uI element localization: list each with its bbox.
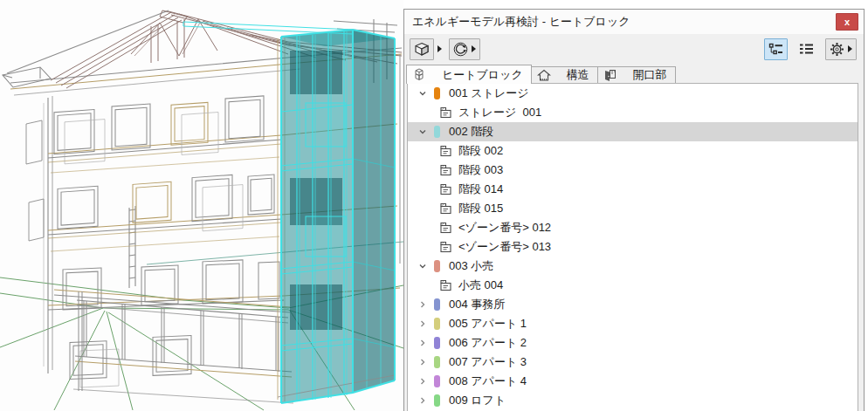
- opening-icon: [603, 43, 629, 108]
- tree-zone-row[interactable]: 階段 015: [408, 199, 858, 218]
- tree-zone-row[interactable]: 階段 002: [408, 141, 858, 161]
- tree-view-button[interactable]: [764, 38, 788, 60]
- tree-zone-row[interactable]: 階段 014: [408, 180, 858, 199]
- chevron-right-icon[interactable]: [416, 300, 429, 309]
- gear-icon: [830, 42, 844, 57]
- refresh-icon: [453, 42, 468, 57]
- dropdown-arrow-icon: [472, 45, 476, 52]
- tree-item-label: 001 ストレージ: [449, 86, 529, 101]
- tree-group-row[interactable]: 006 アパート 2: [408, 333, 858, 353]
- chevron-right-icon[interactable]: [416, 339, 429, 347]
- tree-item-label: 003 小売: [449, 258, 493, 274]
- zone-stamp-icon: [439, 222, 452, 234]
- tab-openings[interactable]: 開口部: [597, 66, 676, 83]
- 3d-model-viewport[interactable]: [0, 0, 403, 411]
- tree-item-label: <ゾーン番号> 012: [458, 220, 551, 236]
- zone-stamp-icon: [439, 241, 452, 253]
- close-button[interactable]: x: [836, 13, 858, 31]
- chevron-down-icon[interactable]: [416, 127, 429, 136]
- tree-item-label: 004 事務所: [449, 297, 505, 312]
- tab-label: ヒートブロック: [442, 67, 523, 83]
- tree-item-label: 階段 014: [458, 182, 503, 197]
- chevron-right-icon[interactable]: [416, 377, 429, 386]
- chevron-right-icon[interactable]: [416, 319, 429, 328]
- zone-color-swatch: [434, 356, 440, 368]
- heat-block-icon: [412, 42, 437, 107]
- tree-zone-row[interactable]: <ゾーン番号> 012: [408, 218, 858, 237]
- tab-label: 開口部: [633, 67, 667, 83]
- chevron-down-icon[interactable]: [416, 262, 429, 271]
- tree-group-row[interactable]: 009 ロフト: [408, 391, 858, 410]
- tree-zone-row[interactable]: <ゾーン番号> 013: [408, 237, 858, 257]
- tree-group-row[interactable]: 003 小売: [408, 257, 858, 276]
- tree-item-label: 002 階段: [449, 124, 493, 140]
- zone-stamp-icon: [439, 183, 452, 195]
- tree-item-label: 階段 015: [458, 201, 503, 216]
- tree-group-row[interactable]: 005 アパート 1: [408, 314, 858, 333]
- tab-label: 構造: [567, 67, 589, 83]
- zone-stamp-icon: [439, 106, 452, 119]
- zone-tree-list[interactable]: 001 ストレージストレージ 001002 階段階段 002階段 003階段 0…: [407, 83, 858, 411]
- tree-item-label: 008 アパート 4: [449, 373, 527, 389]
- zone-color-swatch: [434, 318, 440, 330]
- tree-item-label: <ゾーン番号> 013: [458, 239, 551, 255]
- window-title: エネルギーモデル再検討 - ヒートブロック: [412, 14, 630, 30]
- zone-color-swatch: [434, 126, 440, 138]
- structure-icon: [537, 43, 562, 108]
- zone-color-swatch: [434, 337, 440, 349]
- zone-stamp-icon: [439, 202, 452, 215]
- zone-stamp-icon: [439, 279, 452, 291]
- tree-item-label: 小売 004: [458, 277, 503, 293]
- tree-item-label: 007 アパート 3: [449, 354, 527, 370]
- chevron-right-icon[interactable]: [416, 396, 429, 405]
- tab-bar: ヒートブロック 構造 開口部: [404, 64, 864, 83]
- tree-item-label: ストレージ 001: [458, 105, 541, 120]
- tree-list-icon: [768, 43, 783, 56]
- zone-stamp-icon: [439, 164, 452, 176]
- chevron-right-icon[interactable]: [416, 358, 429, 366]
- building-wireframe: [0, 0, 403, 411]
- zone-color-swatch: [434, 260, 440, 272]
- tab-heat-block[interactable]: ヒートブロック: [406, 65, 532, 84]
- flat-list-icon: [799, 43, 814, 55]
- selected-zone-block: [183, 22, 395, 403]
- zone-stamp-icon: [439, 145, 452, 157]
- palette-toolbar: [404, 34, 864, 64]
- tree-item-label: 005 アパート 1: [449, 316, 527, 332]
- tree-zone-row[interactable]: 小売 004: [408, 276, 858, 295]
- tree-item-label: 006 アパート 2: [449, 335, 527, 351]
- heat-block-palette: エネルギーモデル再検討 - ヒートブロック x: [403, 9, 865, 411]
- tree-item-label: 階段 003: [458, 162, 503, 178]
- settings-button[interactable]: [825, 38, 857, 60]
- tree-group-row[interactable]: 001 ストレージ: [408, 84, 858, 103]
- flat-view-button[interactable]: [796, 38, 817, 60]
- zone-color-swatch: [434, 375, 440, 387]
- tab-structure[interactable]: 構造: [531, 66, 598, 83]
- dropdown-arrow-icon: [848, 45, 852, 52]
- palette-titlebar[interactable]: エネルギーモデル再検討 - ヒートブロック x: [404, 10, 864, 34]
- tree-group-row[interactable]: 004 事務所: [408, 295, 858, 314]
- zone-color-swatch: [434, 298, 440, 311]
- tree-zone-row[interactable]: 階段 003: [408, 161, 858, 180]
- tree-group-row[interactable]: 002 階段: [408, 122, 858, 141]
- tree-group-row[interactable]: 008 アパート 4: [408, 372, 858, 391]
- tree-zone-row[interactable]: ストレージ 001: [408, 103, 858, 122]
- tree-item-label: 階段 002: [458, 143, 503, 159]
- refresh-button[interactable]: [449, 38, 480, 60]
- tree-group-row[interactable]: 007 アパート 3: [408, 353, 858, 372]
- tree-item-label: 009 ロフト: [449, 393, 506, 408]
- zone-color-swatch: [434, 394, 440, 407]
- dropdown-arrow-icon: [437, 45, 442, 52]
